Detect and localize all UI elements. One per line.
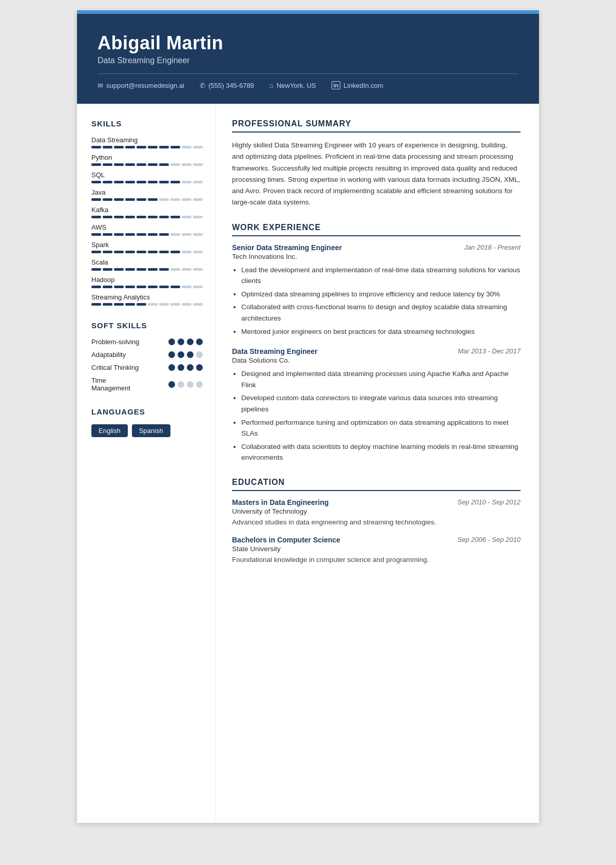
skill-segment	[170, 163, 180, 166]
skill-segment	[125, 303, 135, 306]
skill-item: Python	[91, 154, 203, 166]
skill-segment	[137, 216, 146, 218]
soft-skill-item: Adaptability	[91, 351, 203, 359]
main-content: PROFESSIONAL SUMMARY Highly skilled Data…	[216, 104, 539, 823]
skill-dot	[187, 364, 194, 371]
skill-dot	[196, 364, 203, 371]
skill-segment	[159, 268, 169, 271]
soft-skill-name: Time Management	[91, 377, 130, 392]
job-bullets: Designed and implemented data streaming …	[232, 368, 521, 463]
skill-dot	[196, 351, 203, 358]
email-icon: ✉	[98, 82, 103, 89]
skill-dots	[168, 339, 203, 345]
job-company: Data Solutions Co.	[232, 356, 521, 364]
skill-name: Streaming Analytics	[91, 293, 203, 301]
skill-segment	[148, 268, 158, 271]
skill-dot	[187, 339, 194, 345]
skill-segment	[91, 198, 101, 201]
skill-segment	[193, 146, 203, 148]
edu-block: Bachelors in Computer ScienceSep 2006 - …	[232, 536, 521, 565]
job-title: Senior Data Streaming Engineer	[232, 243, 342, 252]
list-item: Collaborated with data scientists to dep…	[241, 441, 521, 463]
experience-section: WORK EXPERIENCE Senior Data Streaming En…	[232, 223, 521, 463]
skill-segment	[193, 233, 203, 236]
soft-skill-item: Time Management	[91, 377, 203, 392]
skill-bar	[91, 146, 203, 148]
phone-text: (555) 345-6789	[208, 82, 254, 89]
skill-segment	[114, 268, 124, 271]
skill-segment	[137, 268, 146, 271]
soft-skills-list: Problem-solvingAdaptabilityCritical Thin…	[91, 338, 203, 392]
skill-segment	[193, 198, 203, 201]
skill-segment	[103, 163, 112, 166]
top-accent-bar	[77, 10, 539, 14]
skill-segment	[182, 268, 191, 271]
skill-segment	[125, 198, 135, 201]
jobs-list: Senior Data Streaming EngineerJan 2018 -…	[232, 243, 521, 463]
list-item: Collaborated with cross-functional teams…	[241, 302, 521, 324]
resume-body: SKILLS Data StreamingPythonSQLJavaKafkaA…	[77, 104, 539, 823]
contact-linkedin: in LinkedIn.com	[332, 81, 383, 89]
skill-item: Kafka	[91, 206, 203, 218]
summary-text: Highly skilled Data Streaming Engineer w…	[232, 140, 521, 209]
skill-segment	[125, 216, 135, 218]
skill-segment	[114, 216, 124, 218]
skill-dots	[168, 351, 203, 358]
skill-segment	[103, 233, 112, 236]
skill-segment	[170, 198, 180, 201]
skill-segment	[182, 286, 191, 288]
skill-segment	[159, 163, 169, 166]
skill-segment	[103, 268, 112, 271]
skill-segment	[91, 181, 101, 183]
skill-segment	[159, 181, 169, 183]
job-block: Data Streaming EngineerMar 2013 - Dec 20…	[232, 347, 521, 463]
linkedin-text: LinkedIn.com	[343, 82, 383, 89]
skill-segment	[114, 198, 124, 201]
skill-name: SQL	[91, 171, 203, 179]
languages-section: LANGUAGES EnglishSpanish	[91, 407, 203, 437]
skill-segment	[182, 146, 191, 148]
candidate-title: Data Streaming Engineer	[98, 56, 518, 65]
language-tags: EnglishSpanish	[91, 424, 203, 437]
skill-dot	[168, 351, 175, 358]
sidebar: SKILLS Data StreamingPythonSQLJavaKafkaA…	[77, 104, 216, 823]
skill-segment	[170, 251, 180, 253]
skill-segment	[148, 286, 158, 288]
skill-segment	[148, 303, 158, 306]
skill-name: Scala	[91, 258, 203, 266]
skill-segment	[114, 181, 124, 183]
list-item: Mentored junior engineers on best practi…	[241, 326, 521, 337]
skill-segment	[148, 251, 158, 253]
skill-bar	[91, 163, 203, 166]
skill-segment	[137, 181, 146, 183]
email-text: support@resumedesign.ai	[106, 82, 184, 89]
language-tag: English	[91, 424, 128, 437]
edu-degree: Bachelors in Computer Science	[232, 536, 340, 544]
job-block: Senior Data Streaming EngineerJan 2018 -…	[232, 243, 521, 337]
skill-segment	[182, 251, 191, 253]
summary-section: PROFESSIONAL SUMMARY Highly skilled Data…	[232, 119, 521, 209]
skill-item: Data Streaming	[91, 136, 203, 148]
header-divider	[98, 73, 518, 74]
list-item: Optimized data streaming pipelines to im…	[241, 289, 521, 300]
skill-bar	[91, 181, 203, 183]
skill-segment	[170, 286, 180, 288]
education-list: Masters in Data EngineeringSep 2010 - Se…	[232, 498, 521, 566]
summary-title: PROFESSIONAL SUMMARY	[232, 119, 521, 133]
skill-dot	[178, 339, 184, 345]
skill-segment	[103, 303, 112, 306]
skill-segment	[170, 233, 180, 236]
skill-dots	[168, 364, 203, 371]
skill-name: Hadoop	[91, 276, 203, 284]
job-title: Data Streaming Engineer	[232, 347, 318, 355]
skill-segment	[91, 146, 101, 148]
skill-bar	[91, 216, 203, 218]
skill-name: Spark	[91, 241, 203, 249]
skill-segment	[182, 198, 191, 201]
skill-segment	[91, 233, 101, 236]
job-company: Tech Innovations Inc.	[232, 253, 521, 260]
language-tag: Spanish	[132, 424, 170, 437]
soft-skill-name: Critical Thinking	[91, 364, 139, 371]
edu-header: Masters in Data EngineeringSep 2010 - Se…	[232, 498, 521, 506]
skill-segment	[159, 286, 169, 288]
